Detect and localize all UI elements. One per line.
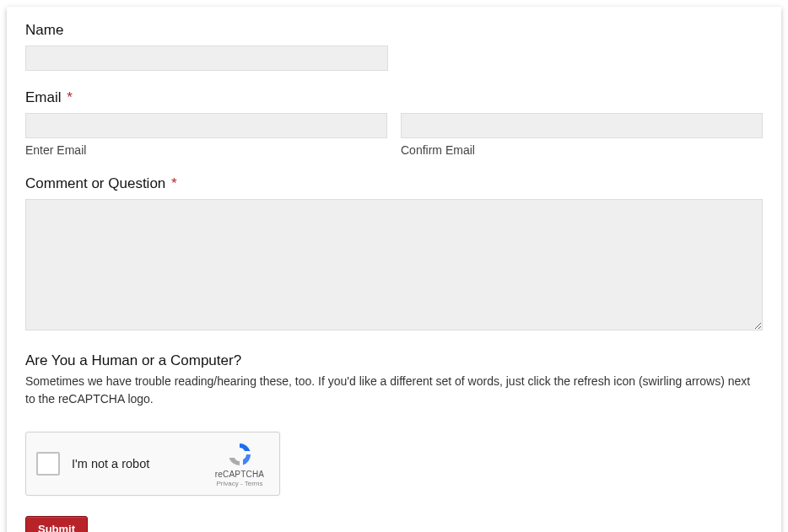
email-label-text: Email	[25, 89, 62, 105]
recaptcha-brand: reCAPTCHA Privacy - Terms	[210, 441, 269, 487]
confirm-email-col: Confirm Email	[401, 113, 763, 157]
captcha-help-text: Sometimes we have trouble reading/hearin…	[25, 373, 763, 408]
captcha-heading: Are You a Human or a Computer?	[25, 352, 763, 369]
required-star-icon: *	[171, 175, 177, 191]
recaptcha-logo-icon	[226, 441, 253, 468]
email-row: Enter Email Confirm Email	[25, 113, 763, 157]
enter-email-col: Enter Email	[25, 113, 387, 157]
name-input[interactable]	[25, 46, 388, 71]
enter-email-input[interactable]	[25, 113, 387, 138]
name-label: Name	[25, 22, 763, 39]
recaptcha-widget: I'm not a robot reCAPTCHA Privacy - Term…	[25, 432, 280, 496]
required-star-icon: *	[67, 89, 73, 105]
enter-email-sublabel: Enter Email	[25, 143, 387, 157]
comment-textarea[interactable]	[25, 199, 763, 330]
email-field-group: Email * Enter Email Confirm Email	[25, 89, 763, 157]
name-field-group: Name	[25, 22, 763, 71]
contact-form: Name Email * Enter Email Confirm Email C…	[7, 7, 781, 532]
confirm-email-sublabel: Confirm Email	[401, 143, 763, 157]
recaptcha-checkbox[interactable]	[36, 452, 60, 476]
confirm-email-input[interactable]	[401, 113, 763, 138]
email-label: Email *	[25, 89, 763, 106]
recaptcha-brand-name: reCAPTCHA	[215, 470, 264, 479]
comment-field-group: Comment or Question *	[25, 175, 763, 334]
recaptcha-label: I'm not a robot	[72, 457, 210, 470]
comment-label: Comment or Question *	[25, 175, 763, 192]
submit-button[interactable]: Submit	[25, 516, 88, 532]
captcha-section: Are You a Human or a Computer? Sometimes…	[25, 352, 763, 496]
recaptcha-privacy-terms[interactable]: Privacy - Terms	[217, 480, 263, 487]
comment-label-text: Comment or Question	[25, 175, 165, 191]
